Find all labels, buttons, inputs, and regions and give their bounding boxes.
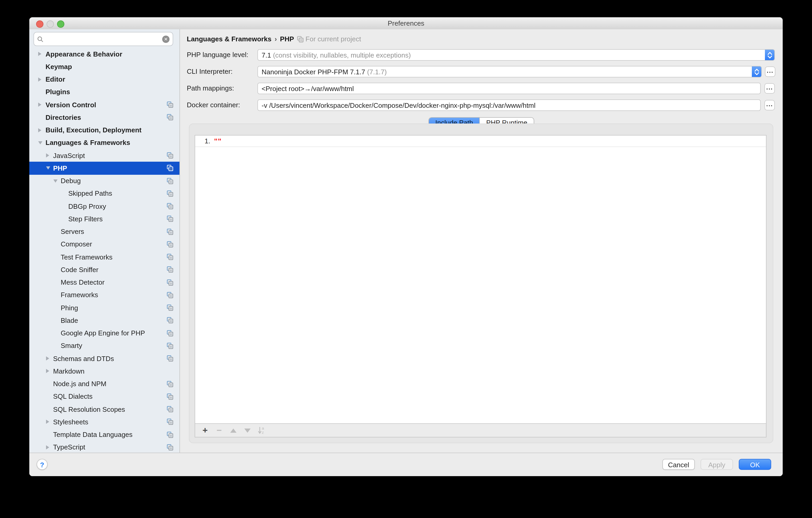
settings-sidebar: ✕ Appearance & Behavior Keymap Editor [29,29,180,453]
sidebar-item-frameworks[interactable]: Frameworks [29,289,179,301]
help-button[interactable]: ? [37,459,48,470]
sidebar-item-label: TypeScript [29,443,85,451]
current-project-note: For current project [297,35,361,43]
sidebar-item-label: Smarty [29,342,82,350]
dropdown-stepper-icon[interactable] [752,66,762,78]
move-down-icon[interactable] [244,427,251,434]
move-up-icon[interactable] [230,427,237,434]
ok-button[interactable]: OK [739,459,771,470]
field-value-secondary: (const visibility, nullables, multiple e… [271,51,411,59]
sidebar-item-appearance-behavior[interactable]: Appearance & Behavior [29,48,179,60]
sidebar-item-php[interactable]: PHP [29,162,179,175]
tree-toggle-icon [46,420,49,424]
sidebar-item-markdown[interactable]: Markdown [29,365,179,378]
field-value-box[interactable]: 7.1 (const visibility, nullables, multip… [257,49,775,61]
current-project-note-label: For current project [306,35,361,43]
sidebar-item-keymap[interactable]: Keymap [29,60,179,73]
sidebar-item-sql-dialects[interactable]: SQL Dialects [29,390,179,403]
sidebar-item-build-execution-deployment[interactable]: Build, Execution, Deployment [29,124,179,137]
sidebar-item-code-sniffer[interactable]: Code Sniffer [29,263,179,276]
sidebar-item-label: Step Filters [29,215,103,223]
field-value-box[interactable]: -v /Users/vincent/Workspace/Docker/Compo… [257,99,761,111]
field-row-php-language-level: PHP language level: 7.1 (const visibilit… [180,49,783,61]
per-project-settings-icon [167,114,173,121]
per-project-settings-icon [167,394,173,400]
sidebar-item-typescript[interactable]: TypeScript [29,441,179,453]
sidebar-item-schemas-and-dtds[interactable]: Schemas and DTDs [29,352,179,365]
per-project-settings-icon [167,444,173,451]
tree-toggle-icon [46,356,49,361]
sidebar-item-label: Schemas and DTDs [29,354,114,362]
sidebar-item-directories[interactable]: Directories [29,111,179,124]
svg-text:z: z [262,430,264,434]
per-project-settings-icon [167,343,173,349]
sidebar-item-label: Languages & Frameworks [29,139,130,147]
field-value-box[interactable]: Nanoninja Docker PHP-FPM 7.1.7 (7.1.7) [257,66,762,78]
per-project-settings-icon [167,355,173,362]
sidebar-item-phing[interactable]: Phing [29,301,179,314]
sidebar-item-version-control[interactable]: Version Control [29,98,179,111]
sidebar-item-skipped-paths[interactable]: Skipped Paths [29,187,179,200]
field-value-box[interactable]: <Project root>→/var/www/html [257,83,761,94]
sidebar-item-label: Directories [29,114,81,121]
sidebar-item-dbgp-proxy[interactable]: DBGp Proxy [29,200,179,213]
sidebar-item-mess-detector[interactable]: Mess Detector [29,276,179,289]
sidebar-item-editor[interactable]: Editor [29,73,179,86]
sidebar-item-label: Google App Engine for PHP [29,329,145,337]
sort-alphabetically-icon[interactable]: az [258,427,265,434]
dropdown-stepper-icon[interactable] [765,49,775,61]
search-field[interactable]: ✕ [33,32,173,46]
breadcrumb-page: PHP [280,35,294,43]
row-value: "" [214,137,222,145]
sidebar-item-servers[interactable]: Servers [29,225,179,238]
sidebar-item-label: SQL Resolution Scopes [29,405,125,413]
tree-toggle-icon [38,141,42,144]
sidebar-item-plugins[interactable]: Plugins [29,86,179,98]
sidebar-item-stylesheets[interactable]: Stylesheets [29,416,179,429]
tree-toggle-icon [46,153,49,157]
sidebar-item-sql-resolution-scopes[interactable]: SQL Resolution Scopes [29,403,179,416]
browse-ellipsis-button[interactable]: ... [764,100,775,110]
sidebar-item-template-data-languages[interactable]: Template Data Languages [29,428,179,441]
field-value: -v /Users/vincent/Workspace/Docker/Compo… [258,101,535,109]
tree-toggle-icon [38,52,41,56]
sidebar-item-label: Editor [29,75,65,83]
field-value-secondary: (7.1.7) [365,68,387,76]
sidebar-item-label: Build, Execution, Deployment [29,126,142,134]
apply-button[interactable]: Apply [701,459,733,470]
clear-search-icon[interactable]: ✕ [162,35,170,42]
sidebar-item-label: SQL Dialects [29,393,93,401]
include-path-list: 1. "" +−az [195,135,766,437]
cancel-button[interactable]: Cancel [662,459,695,470]
field-label: Docker container: [187,99,240,111]
tree-toggle-icon [46,445,49,450]
tree-toggle-icon [53,179,58,182]
sidebar-item-node-js-and-npm[interactable]: Node.js and NPM [29,377,179,390]
per-project-settings-icon [167,203,173,209]
breadcrumb-section[interactable]: Languages & Frameworks [187,35,271,43]
sidebar-item-label: DBGp Proxy [29,202,106,210]
per-project-settings-icon [167,178,173,184]
sidebar-item-debug[interactable]: Debug [29,174,179,187]
sidebar-item-step-filters[interactable]: Step Filters [29,213,179,226]
sidebar-item-javascript[interactable]: JavaScript [29,149,179,162]
browse-ellipsis-button[interactable]: ... [765,66,775,77]
per-project-settings-icon [167,431,173,438]
remove-icon[interactable]: − [215,427,223,434]
include-path-row[interactable]: 1. "" [195,136,766,147]
settings-tree: Appearance & Behavior Keymap Editor Plug… [29,48,179,453]
sidebar-item-languages-frameworks[interactable]: Languages & Frameworks [29,137,179,149]
per-project-settings-icon [167,102,173,108]
screen: Preferences ✕ Appearance & Behavior Keym… [0,0,812,518]
include-path-rows[interactable]: 1. "" [195,136,766,424]
window-title: Preferences [29,17,783,29]
sidebar-item-google-app-engine-for-php[interactable]: Google App Engine for PHP [29,327,179,340]
sidebar-item-test-frameworks[interactable]: Test Frameworks [29,251,179,263]
sidebar-item-smarty[interactable]: Smarty [29,340,179,352]
add-icon[interactable]: + [201,427,209,434]
sidebar-item-composer[interactable]: Composer [29,238,179,251]
search-input[interactable] [44,35,162,43]
sidebar-item-label: JavaScript [29,151,85,159]
sidebar-item-blade[interactable]: Blade [29,314,179,327]
browse-ellipsis-button[interactable]: ... [764,83,775,94]
